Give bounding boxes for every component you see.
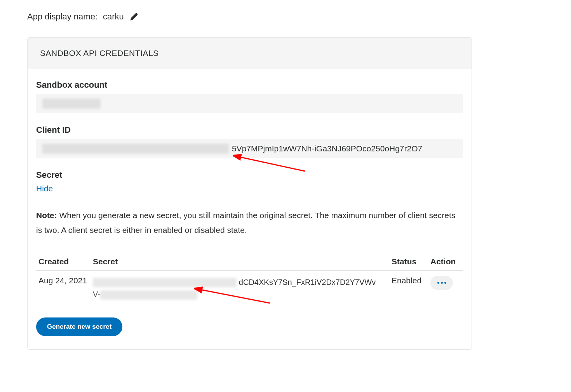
edit-app-name-button[interactable] bbox=[129, 12, 139, 21]
created-cell: Aug 24, 2021 bbox=[36, 270, 91, 306]
column-header-secret: Secret bbox=[91, 254, 389, 271]
ellipsis-icon bbox=[441, 282, 443, 284]
row-actions-button[interactable] bbox=[430, 276, 453, 290]
card-header: SANDBOX API CREDENTIALS bbox=[28, 38, 472, 69]
note-label: Note: bbox=[36, 211, 57, 220]
client-id-visible-text: 5Vp7MPjmIp1wW7Nh-iGa3NJ69POco250oHg7r2O7 bbox=[232, 144, 422, 153]
card-header-title: SANDBOX API CREDENTIALS bbox=[40, 49, 459, 58]
secret-visible-prefix: V- bbox=[93, 290, 100, 298]
app-display-name-value: carku bbox=[103, 12, 124, 22]
app-name-row: App display name: carku bbox=[27, 12, 544, 22]
redacted-content bbox=[93, 278, 237, 287]
column-header-status: Status bbox=[389, 254, 428, 271]
note-text: Note: When you generate a new secret, yo… bbox=[36, 208, 463, 238]
secret-visible-text: dCD4XKsY7Sn_FxR1iV2Dx7D2Y7VWv bbox=[239, 278, 376, 286]
column-header-created: Created bbox=[36, 254, 91, 271]
action-cell bbox=[428, 270, 463, 306]
hide-secret-link[interactable]: Hide bbox=[36, 184, 53, 193]
table-header-row: Created Secret Status Action bbox=[36, 254, 463, 271]
secret-label: Secret bbox=[36, 170, 463, 180]
pencil-icon bbox=[130, 13, 138, 21]
table-row: Aug 24, 2021 dCD4XKsY7Sn_FxR1iV2Dx7D2Y7V… bbox=[36, 270, 463, 306]
redacted-content bbox=[42, 144, 229, 154]
column-header-action: Action bbox=[428, 254, 463, 271]
app-display-name-label: App display name: bbox=[27, 12, 97, 22]
secret-cell: dCD4XKsY7Sn_FxR1iV2Dx7D2Y7VWv V- bbox=[91, 270, 389, 306]
redacted-content bbox=[42, 99, 101, 109]
sandbox-account-label: Sandbox account bbox=[36, 80, 463, 90]
sandbox-account-value bbox=[36, 94, 463, 113]
status-cell: Enabled bbox=[389, 270, 428, 306]
ellipsis-icon bbox=[437, 282, 439, 284]
ellipsis-icon bbox=[444, 282, 446, 284]
secrets-table: Created Secret Status Action Aug 24, 202… bbox=[36, 254, 463, 306]
card-body: Sandbox account Client ID 5Vp7MPjmIp1wW7… bbox=[28, 69, 472, 349]
credentials-card: SANDBOX API CREDENTIALS Sandbox account … bbox=[27, 37, 472, 350]
client-id-value: 5Vp7MPjmIp1wW7Nh-iGa3NJ69POco250oHg7r2O7 bbox=[36, 139, 463, 158]
note-body: When you generate a new secret, you stil… bbox=[36, 211, 455, 234]
generate-new-secret-button[interactable]: Generate new secret bbox=[36, 317, 122, 336]
redacted-content bbox=[100, 290, 197, 300]
client-id-label: Client ID bbox=[36, 125, 463, 135]
